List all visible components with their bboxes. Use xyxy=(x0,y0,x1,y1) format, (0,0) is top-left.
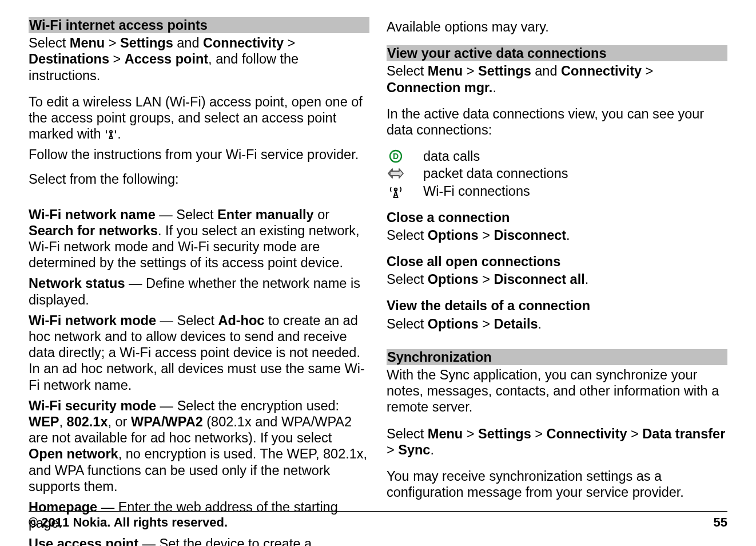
icon-row-data-calls: D data calls xyxy=(387,148,727,164)
connectivity-label: Connectivity xyxy=(561,64,642,78)
text: Select xyxy=(387,228,428,243)
wifi-network-name-label: Wi-Fi network name xyxy=(29,207,156,222)
section-heading-sync: Synchronization xyxy=(387,349,727,365)
menu-label: Menu xyxy=(428,426,463,441)
text: Select xyxy=(29,35,70,50)
icon-row-wifi: Wi-Fi connections xyxy=(387,183,727,199)
view-details-block: View the details of a connection Select … xyxy=(387,298,727,331)
svg-text:D: D xyxy=(393,152,399,161)
wifi-connections-label: Wi-Fi connections xyxy=(423,183,530,199)
text: and xyxy=(531,64,561,78)
page-number: 55 xyxy=(714,515,727,530)
search-networks-label: Search for networks xyxy=(29,223,158,238)
connection-mgr-label: Connection mgr. xyxy=(387,80,492,95)
copyright-text: © 2011 Nokia. All rights reserved. xyxy=(29,515,228,530)
options-label: Options xyxy=(428,272,479,287)
wifi-network-mode-label: Wi-Fi network mode xyxy=(29,313,156,328)
text: > xyxy=(284,35,295,50)
wifi-ap-nav-path: Select Menu > Settings and Connectivity … xyxy=(29,35,369,84)
text: . xyxy=(492,80,496,95)
text: — Select xyxy=(156,313,218,328)
close-connection-block: Close a connection Select Options > Disc… xyxy=(387,209,727,243)
connectivity-label: Connectivity xyxy=(547,426,627,441)
sync-description: With the Sync application, you can synch… xyxy=(387,367,727,416)
data-calls-label: data calls xyxy=(423,148,480,164)
text: > xyxy=(479,272,494,287)
packet-data-icon xyxy=(387,167,405,180)
def-network-status: Network status — Define whether the netw… xyxy=(29,275,369,307)
close-all-connections-block: Close all open connections Select Option… xyxy=(387,254,727,287)
sync-config-message-text: You may receive synchronization settings… xyxy=(387,468,727,500)
options-label: Options xyxy=(428,228,479,243)
text: — Select xyxy=(156,207,217,222)
def-wifi-security-mode: Wi-Fi security mode — Select the encrypt… xyxy=(29,398,369,494)
text: > xyxy=(479,316,494,331)
section-heading-view-connections: View your active data connections xyxy=(387,45,727,61)
text: > xyxy=(463,426,478,441)
def-use-access-point: Use access point — Set the device to cre… xyxy=(29,536,369,546)
text: . xyxy=(585,272,589,287)
text: . xyxy=(117,126,121,141)
text: Select xyxy=(387,426,428,441)
adhoc-label: Ad-hoc xyxy=(218,313,264,328)
text: > xyxy=(387,442,398,457)
text: . xyxy=(430,442,434,457)
settings-label: Settings xyxy=(478,426,531,441)
enter-manually-label: Enter manually xyxy=(217,207,313,222)
sync-nav-path: Select Menu > Settings > Connectivity > … xyxy=(387,426,727,458)
text: and xyxy=(173,35,203,50)
page: Wi-Fi internet access points Select Menu… xyxy=(0,0,756,546)
text: . xyxy=(538,316,542,331)
8021x-label: 802.1x xyxy=(67,414,108,429)
text: . xyxy=(566,228,570,243)
use-access-point-label: Use access point xyxy=(29,536,138,546)
text: , or xyxy=(108,414,130,429)
active-connections-text: In the active data connections view, you… xyxy=(387,106,727,138)
text: or xyxy=(314,207,329,222)
data-transfer-label: Data transfer xyxy=(642,426,725,441)
text: Select xyxy=(387,316,428,331)
packet-data-label: packet data connections xyxy=(423,165,568,181)
select-following-text: Select from the following: xyxy=(29,171,369,187)
text: > xyxy=(531,426,547,441)
page-footer: © 2011 Nokia. All rights reserved. 55 xyxy=(29,511,727,530)
details-label: Details xyxy=(494,316,538,331)
close-connection-path: Select Options > Disconnect. xyxy=(387,227,727,243)
wifi-edit-instructions: To edit a wireless LAN (Wi-Fi) access po… xyxy=(29,94,369,144)
left-column: Wi-Fi internet access points Select Menu… xyxy=(29,17,369,498)
close-all-connections-path: Select Options > Disconnect all. xyxy=(387,271,727,287)
section-heading-wifi-ap: Wi-Fi internet access points xyxy=(29,17,369,33)
text: > xyxy=(109,52,125,66)
options-label: Options xyxy=(428,316,479,331)
wifi-antenna-icon xyxy=(387,184,405,198)
wifi-antenna-icon xyxy=(105,127,117,143)
wpa-label: WPA/WPA2 xyxy=(131,414,203,429)
menu-label: Menu xyxy=(428,64,463,78)
def-wifi-network-mode: Wi-Fi network mode — Select Ad-hoc to cr… xyxy=(29,312,369,393)
network-status-label: Network status xyxy=(29,276,125,291)
options-vary-text: Available options may vary. xyxy=(387,19,727,35)
data-call-icon: D xyxy=(387,149,405,164)
text: > xyxy=(105,35,120,50)
wep-label: WEP xyxy=(29,414,59,429)
icon-row-packet-data: packet data connections xyxy=(387,165,727,181)
disconnect-label: Disconnect xyxy=(494,228,566,243)
disconnect-all-label: Disconnect all xyxy=(494,272,584,287)
destinations-label: Destinations xyxy=(29,52,109,66)
menu-label: Menu xyxy=(70,35,105,50)
conn-mgr-nav-path: Select Menu > Settings and Connectivity … xyxy=(387,63,727,95)
wifi-security-mode-label: Wi-Fi security mode xyxy=(29,398,156,413)
columns: Wi-Fi internet access points Select Menu… xyxy=(29,17,727,498)
view-details-heading: View the details of a connection xyxy=(387,298,590,313)
text: > xyxy=(627,426,643,441)
text: > xyxy=(479,228,494,243)
def-wifi-network-name: Wi-Fi network name — Select Enter manual… xyxy=(29,207,369,271)
right-column: Available options may vary. View your ac… xyxy=(387,17,727,498)
settings-label: Settings xyxy=(478,64,531,78)
text: — Select the encryption used: xyxy=(156,398,339,413)
wifi-provider-instructions: Follow the instructions from your Wi-Fi … xyxy=(29,147,369,163)
text: Select xyxy=(387,64,428,78)
close-connection-heading: Close a connection xyxy=(387,210,510,225)
text: Select xyxy=(387,272,428,287)
text: > xyxy=(463,64,478,78)
